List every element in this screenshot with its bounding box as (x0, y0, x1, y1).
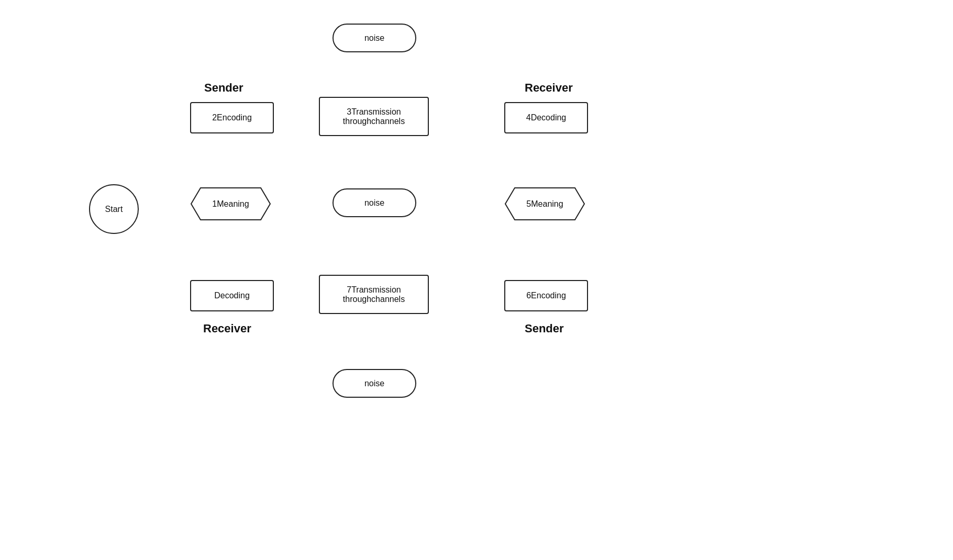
noise-top-node: noise (333, 24, 416, 52)
diagram-container: noise Sender Receiver 2Encoding 3Transmi… (0, 0, 953, 560)
receiver-label-top: Receiver (525, 81, 573, 95)
decoding-bottom-label: Decoding (214, 291, 250, 300)
noise-top-label: noise (364, 33, 384, 43)
sender-label-top: Sender (204, 81, 243, 95)
encoding-top-node: 2Encoding (190, 102, 274, 133)
meaning-right-node: 5Meaning (504, 187, 585, 221)
encoding-bottom-label: 6Encoding (526, 291, 566, 300)
noise-bottom-node: noise (333, 369, 416, 398)
transmission-top-label: 3Transmissionthroughchannels (343, 107, 405, 126)
noise-mid-label: noise (364, 198, 384, 208)
decoding-top-label: 4Decoding (526, 113, 567, 122)
transmission-bottom-node: 7Transmissionthroughchannels (319, 275, 429, 314)
meaning-top-label: 1Meaning (190, 187, 271, 221)
noise-bottom-label: noise (364, 379, 384, 388)
receiver-label-bottom: Receiver (203, 322, 251, 335)
encoding-top-label: 2Encoding (212, 113, 252, 122)
noise-mid-node: noise (333, 188, 416, 217)
transmission-bottom-label: 7Transmissionthroughchannels (343, 285, 405, 304)
decoding-top-node: 4Decoding (504, 102, 588, 133)
meaning-top-node: 1Meaning (190, 187, 271, 221)
start-label: Start (105, 205, 123, 214)
encoding-bottom-node: 6Encoding (504, 280, 588, 311)
decoding-bottom-node: Decoding (190, 280, 274, 311)
transmission-top-node: 3Transmissionthroughchannels (319, 97, 429, 136)
sender-label-bottom: Sender (525, 322, 564, 335)
start-circle-node: Start (89, 184, 139, 234)
meaning-right-label: 5Meaning (504, 187, 585, 221)
